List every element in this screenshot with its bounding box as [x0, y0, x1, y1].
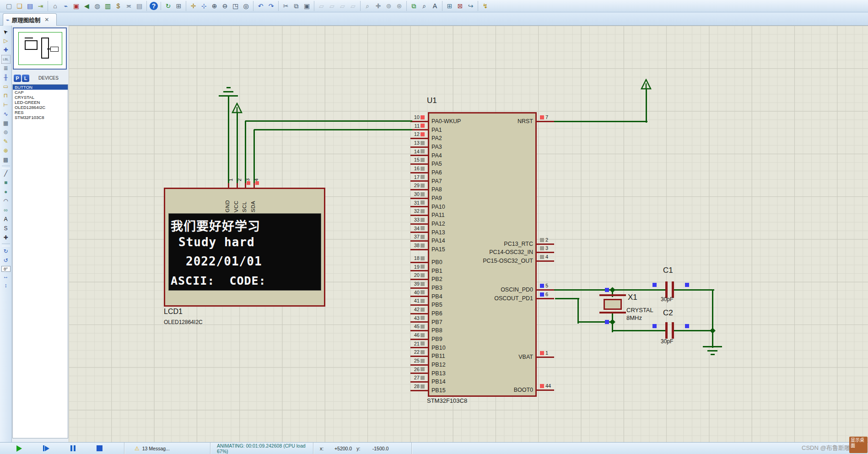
pin-stub[interactable]: [410, 373, 428, 374]
netlist-compile-icon[interactable]: ⧉: [409, 1, 419, 11]
stop-button[interactable]: [97, 445, 102, 451]
wire-segment[interactable]: [577, 298, 579, 324]
pin-stub[interactable]: [410, 390, 428, 391]
graph-mode-icon[interactable]: ∿: [1, 110, 11, 119]
new-sheet-icon[interactable]: ⊞: [444, 1, 455, 11]
pin-stub[interactable]: [410, 155, 428, 156]
rotate-clockwise-icon[interactable]: ↻: [1, 247, 11, 256]
pin-stub[interactable]: [410, 296, 428, 297]
pin-stub[interactable]: [537, 389, 554, 391]
pin-stub[interactable]: [410, 121, 428, 122]
terminal-mode-icon[interactable]: ⊓: [1, 92, 11, 100]
pin-stub[interactable]: [410, 330, 428, 331]
zoom-area-icon[interactable]: ◳: [230, 1, 241, 11]
find-component-icon[interactable]: ⌕: [419, 1, 430, 11]
pin-stub[interactable]: [410, 287, 428, 289]
capacitor-c2-plate[interactable]: [672, 322, 674, 339]
schematic-canvas[interactable]: U1STM32F103C810PA0-WKUP11PA112PA213PA314…: [69, 26, 868, 442]
pin-stub[interactable]: [410, 364, 428, 366]
power-terminal[interactable]: [231, 103, 243, 114]
cut-icon[interactable]: ✂: [280, 1, 291, 11]
pin-stub[interactable]: [410, 198, 428, 199]
2d-arc-icon[interactable]: ◠: [1, 197, 11, 205]
wire-segment[interactable]: [253, 130, 255, 183]
packaging-tool-icon[interactable]: ⊚: [383, 1, 394, 11]
generator-mode-icon[interactable]: ⊚: [1, 128, 11, 137]
grid-toggle-icon[interactable]: ⊞: [173, 1, 184, 11]
component-ref-u1[interactable]: U1: [427, 96, 437, 105]
wire-segment[interactable]: [228, 96, 229, 183]
pin-stub[interactable]: [410, 270, 428, 271]
wire-segment[interactable]: [554, 121, 647, 122]
pin-stub[interactable]: [537, 289, 554, 291]
wire-segment[interactable]: [245, 121, 246, 183]
device-list-item-res[interactable]: RES: [13, 110, 68, 115]
wire-segment[interactable]: [237, 113, 238, 183]
play-button[interactable]: [16, 445, 22, 452]
pin-stub[interactable]: [410, 356, 428, 357]
component-freq-x1[interactable]: 8MHz: [626, 314, 642, 321]
selection-mode-icon[interactable]: ➤: [1, 27, 11, 36]
wire-segment[interactable]: [712, 290, 713, 348]
capacitor-c1-plate[interactable]: [665, 281, 668, 298]
remove-sheet-icon[interactable]: ⊠: [455, 1, 465, 11]
wire-segment[interactable]: [673, 289, 714, 291]
component-ref-c2[interactable]: C2: [663, 308, 673, 318]
wire-segment[interactable]: [673, 330, 714, 331]
pin-stub[interactable]: [410, 321, 428, 323]
wire-label-mode-icon[interactable]: LBL: [1, 55, 11, 64]
schematic-overview-thumbnail[interactable]: [13, 27, 67, 70]
2d-box-icon[interactable]: ■: [1, 178, 11, 187]
pin-stub[interactable]: [410, 146, 428, 148]
make-device-icon[interactable]: ✚: [373, 1, 383, 11]
component-ref-c1[interactable]: C1: [663, 266, 673, 275]
buses-mode-icon[interactable]: ╫: [1, 73, 11, 82]
component-value-c2[interactable]: 30pF: [661, 338, 673, 345]
tape-recorder-mode-icon[interactable]: ▦: [1, 119, 11, 128]
zoom-extents-icon[interactable]: ◎: [241, 1, 251, 11]
component-value-x1[interactable]: CRYSTAL: [626, 307, 653, 313]
component-ref-x1[interactable]: X1: [628, 293, 637, 302]
pin-stub[interactable]: [537, 357, 554, 358]
tab-close-icon[interactable]: ✕: [44, 16, 49, 23]
import-file-icon[interactable]: ⇥: [35, 1, 46, 11]
2d-symbol-icon[interactable]: S: [1, 224, 11, 233]
capacitor-c1-plate[interactable]: [672, 281, 674, 298]
wire-segment[interactable]: [646, 89, 647, 123]
component-value-lcd1[interactable]: OLED12864I2C: [164, 319, 203, 325]
help-icon[interactable]: ?: [150, 2, 158, 10]
notes-icon[interactable]: ▤: [134, 1, 145, 11]
2d-line-icon[interactable]: ╱: [1, 169, 11, 178]
2d-circle-icon[interactable]: ●: [1, 188, 11, 196]
wire-segment[interactable]: [245, 120, 412, 122]
crystal-body[interactable]: [604, 299, 622, 310]
zoom-out-icon[interactable]: ⊖: [220, 1, 230, 11]
current-probe-mode-icon[interactable]: ⊕: [1, 146, 11, 155]
pin-stub[interactable]: [410, 206, 428, 207]
gerber-viewer-icon[interactable]: ◍: [92, 1, 102, 11]
device-pin-mode-icon[interactable]: ⊢: [1, 101, 11, 109]
2d-marker-icon[interactable]: ✚: [1, 233, 11, 242]
voltage-probe-mode-icon[interactable]: ✎: [1, 137, 11, 146]
flip-horizontal-icon[interactable]: ↔: [1, 272, 11, 281]
step-button[interactable]: [43, 445, 49, 451]
paste-icon[interactable]: ▣: [302, 1, 312, 11]
pin-stub[interactable]: [410, 172, 428, 173]
pan-icon[interactable]: ⊹: [199, 1, 209, 11]
pin-stub[interactable]: [410, 232, 428, 233]
open-file-icon[interactable]: ❏: [14, 1, 25, 11]
pin-stub[interactable]: [537, 298, 554, 299]
decompose-icon[interactable]: ⊛: [394, 1, 404, 11]
redraw-icon[interactable]: ↻: [163, 1, 173, 11]
pin-stub[interactable]: [537, 260, 554, 262]
pick-parts-icon[interactable]: ⌕: [362, 1, 373, 11]
rotation-angle-field[interactable]: 0°: [1, 266, 11, 272]
zoom-in-icon[interactable]: ⊕: [209, 1, 220, 11]
pin-stub[interactable]: [537, 252, 554, 253]
bill-of-materials-icon[interactable]: $: [113, 1, 124, 11]
pin-stub[interactable]: [410, 138, 428, 139]
pin-stub[interactable]: [410, 189, 428, 190]
subcircuit-mode-icon[interactable]: ▭: [1, 82, 11, 91]
2d-path-icon[interactable]: ∞: [1, 206, 11, 215]
measure-icon[interactable]: ≍: [124, 1, 134, 11]
